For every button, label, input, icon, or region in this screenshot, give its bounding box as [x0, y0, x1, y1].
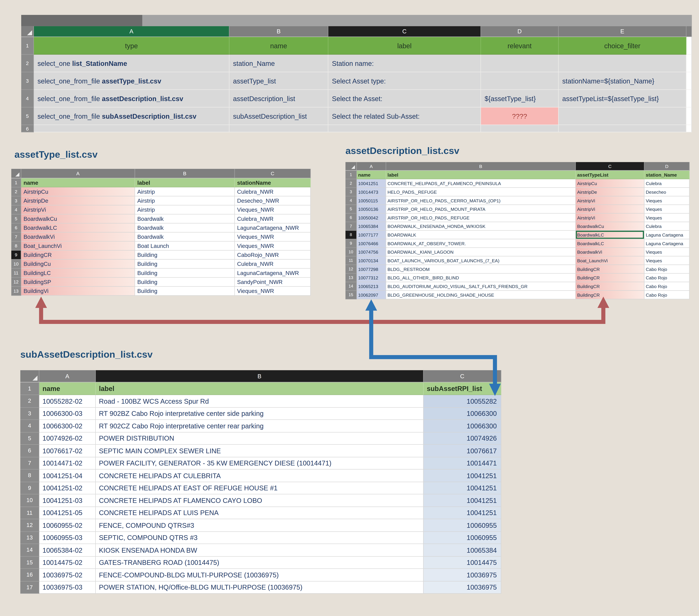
cell-type[interactable]: select_one list_StationName: [34, 55, 229, 72]
cell-name[interactable]: 10074756: [357, 248, 386, 256]
cell-station-name[interactable]: Culebra_NWR: [235, 214, 311, 223]
row-header[interactable]: 1: [21, 37, 34, 55]
row-header[interactable]: 8: [20, 470, 39, 482]
cell-name[interactable]: 10077312: [357, 273, 386, 282]
cell-name[interactable]: BuildingVi: [21, 287, 135, 296]
row-header[interactable]: 13: [20, 532, 39, 544]
cell-station-name[interactable]: LagunaCartagena_NWR: [235, 224, 311, 232]
cell-name[interactable]: 10041251-04: [39, 470, 96, 482]
cell-name[interactable]: 10076466: [357, 239, 386, 248]
cell-label[interactable]: Boardwalk: [135, 214, 235, 223]
cell-asset-type-list[interactable]: BoardwalkVi: [576, 248, 645, 256]
cell-label[interactable]: SEPTIC, COMPOUND QTRS #3: [96, 532, 424, 544]
cell-name[interactable]: AirstripDe: [21, 197, 135, 205]
cell-name[interactable]: 10050136: [357, 205, 386, 214]
cell-name[interactable]: 10014475-02: [39, 557, 96, 569]
row-header[interactable]: 10: [11, 259, 21, 269]
cell-relevant[interactable]: ${assetType_list}: [481, 90, 559, 108]
cell-name[interactable]: 10066300-03: [39, 407, 96, 420]
row-header[interactable]: 6: [21, 125, 34, 132]
row-header[interactable]: 2: [11, 187, 21, 197]
cell-name[interactable]: assetType_list: [229, 72, 328, 90]
header-name[interactable]: name: [229, 37, 328, 55]
row-header[interactable]: 4: [11, 205, 21, 214]
select-all-corner[interactable]: [20, 370, 39, 382]
cell-name[interactable]: 10077298: [357, 265, 386, 273]
cell-sub-asset-rpi[interactable]: 10066300: [424, 407, 501, 420]
cell-label[interactable]: Building: [135, 278, 235, 287]
cell-station-name[interactable]: Vieques: [645, 256, 690, 265]
row-header[interactable]: 7: [20, 457, 39, 470]
cell-label[interactable]: POWER FACILITY, GENERATOR - 35 KW EMERGE…: [96, 457, 424, 470]
cell-name[interactable]: 10062097: [357, 291, 386, 299]
cell-name[interactable]: 10050115: [357, 197, 386, 205]
header-station-name[interactable]: stationName: [235, 178, 311, 187]
column-header-c[interactable]: C: [235, 169, 311, 178]
column-header-c[interactable]: C: [576, 162, 645, 171]
cell-asset-type-list[interactable]: AirstripVi: [576, 205, 645, 214]
cell-name[interactable]: 10036975-03: [39, 581, 96, 594]
cell-name[interactable]: station_Name: [229, 55, 328, 72]
cell-sub-asset-rpi[interactable]: 10055282: [424, 395, 501, 407]
cell-name[interactable]: 10041251-03: [39, 494, 96, 507]
cell-station-name[interactable]: Laguna Cartagena: [645, 231, 690, 239]
cell-label[interactable]: Airstrip: [135, 197, 235, 205]
row-header[interactable]: 3: [11, 197, 21, 205]
row-header[interactable]: 14: [345, 282, 357, 291]
cell-label[interactable]: Select the related Sub-Asset:: [328, 108, 481, 125]
cell-type[interactable]: select_one_from_file assetType_list.csv: [34, 72, 229, 90]
cell-station-name[interactable]: Vieques: [645, 248, 690, 256]
cell-name[interactable]: 10070134: [357, 256, 386, 265]
header-label[interactable]: label: [328, 37, 481, 55]
select-all-corner[interactable]: [21, 26, 34, 37]
row-header[interactable]: 11: [20, 507, 39, 519]
row-header[interactable]: 6: [20, 445, 39, 457]
cell-label[interactable]: FENCE-COMPOUND-BLDG MULTI-PURPOSE (10036…: [96, 569, 424, 581]
row-header[interactable]: 7: [345, 222, 357, 231]
header-type[interactable]: type: [34, 37, 229, 55]
column-header-b[interactable]: B: [229, 26, 328, 37]
header-relevant[interactable]: relevant: [481, 37, 559, 55]
cell-relevant[interactable]: [481, 55, 559, 72]
cell-name[interactable]: 10050042: [357, 214, 386, 222]
cell-station-name[interactable]: Desecheo_NWR: [235, 197, 311, 205]
row-header[interactable]: 13: [11, 287, 21, 296]
header-choice-filter[interactable]: choice_filter: [558, 37, 686, 55]
row-header[interactable]: 5: [11, 214, 21, 223]
header-name[interactable]: name: [21, 178, 135, 187]
cell-label[interactable]: BLDG_GREENHOUSE_HOLDING_SHADE_HOUSE: [386, 291, 576, 299]
column-header-a[interactable]: A: [357, 162, 386, 171]
cell-asset-type-list[interactable]: Boat_LaunchVi: [576, 256, 645, 265]
row-header[interactable]: 5: [345, 205, 357, 214]
cell-label[interactable]: POWER STATION, HQ/Office-BLDG MULTI-PURP…: [96, 581, 424, 594]
cell-asset-type-list[interactable]: AirstripVi: [576, 214, 645, 222]
column-header-c[interactable]: C: [424, 370, 501, 382]
cell-label[interactable]: RT 902BZ Cabo Rojo interpretative center…: [96, 407, 424, 420]
cell-label[interactable]: BLDG_AUDITORIUM_AUDIO_VISUAL_SALT_FLATS_…: [386, 282, 576, 291]
cell-empty[interactable]: [558, 125, 686, 132]
cell-name[interactable]: 10074926-02: [39, 432, 96, 445]
cell-sub-asset-rpi[interactable]: 10041251: [424, 494, 501, 507]
cell-name[interactable]: BoardwalkCu: [21, 214, 135, 223]
cell-name[interactable]: assetDescription_list: [229, 90, 328, 108]
cell-name[interactable]: 10041251: [357, 179, 386, 188]
header-label[interactable]: label: [386, 171, 576, 179]
cell-name[interactable]: BuildingCR: [21, 251, 135, 259]
cell-sub-asset-rpi[interactable]: 10014475: [424, 557, 501, 569]
cell-sub-asset-rpi[interactable]: 10036975: [424, 569, 501, 581]
cell-station-name[interactable]: Culebra: [645, 222, 690, 231]
cell-label[interactable]: FENCE, COMPOUND QTRS#3: [96, 519, 424, 532]
cell-label[interactable]: AIRSTRIP_OR_HELO_PADS,_CERRO_MATIAS_(OP1…: [386, 197, 576, 205]
cell-name[interactable]: 10014473: [357, 188, 386, 197]
cell-sub-asset-rpi[interactable]: 10036975: [424, 581, 501, 594]
cell-asset-type-list[interactable]: BoardwalkCu: [576, 222, 645, 231]
cell-asset-type-list[interactable]: AirstripCu: [576, 179, 645, 188]
cell-label[interactable]: Station name:: [328, 55, 481, 72]
row-header[interactable]: 1: [345, 171, 357, 179]
cell-asset-type-list[interactable]: AirstripDe: [576, 188, 645, 197]
cell-choice-filter[interactable]: assetTypeList=${assetType_list}: [558, 90, 686, 108]
row-header[interactable]: 4: [21, 90, 34, 108]
row-header[interactable]: 5: [20, 432, 39, 445]
cell-asset-type-list[interactable]: BuildingCR: [576, 273, 645, 282]
cell-label[interactable]: Road - 100BZ WCS Access Spur Rd: [96, 395, 424, 407]
